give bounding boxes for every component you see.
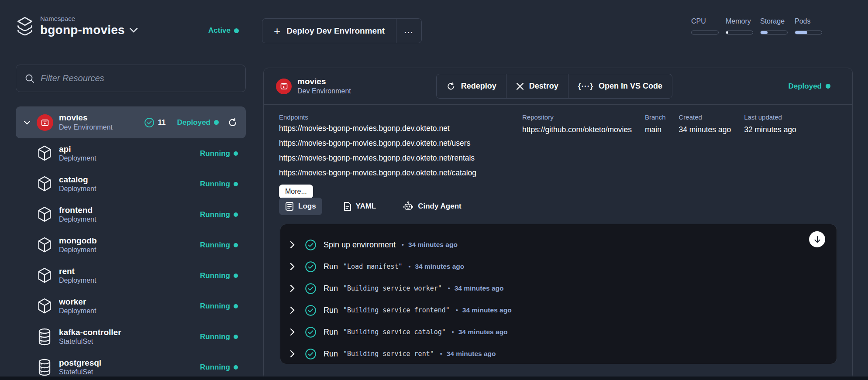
deploy-more-menu-button[interactable]: ...: [396, 19, 421, 43]
namespace-selector[interactable]: bgonp-movies: [40, 23, 138, 37]
database-icon: [36, 328, 53, 346]
log-title: Run: [324, 328, 338, 337]
running-status-dot: [234, 274, 238, 278]
tab-logs[interactable]: Logs: [279, 198, 322, 215]
resource-name: frontend: [59, 205, 200, 216]
storage-meter-label: Storage: [760, 17, 788, 25]
resource-status-badge: Running: [200, 363, 238, 372]
log-row-build-rent[interactable]: Run "Building service rent" • 34 minutes…: [290, 343, 837, 365]
endpoints-section: Endpoints https://movies-bgonp-movies.bg…: [279, 113, 476, 199]
cube-icon: [36, 205, 53, 224]
resource-status-label: Running: [200, 180, 230, 188]
more-endpoints-button[interactable]: More...: [279, 185, 313, 199]
sidebar-item-worker[interactable]: worker Deployment Running: [16, 291, 246, 322]
log-time: 34 minutes ago: [455, 284, 504, 292]
chevron-right-icon: [290, 350, 305, 358]
environment-detail-header: movies Dev Environment Redeploy Destroy …: [264, 68, 852, 105]
search-icon: [25, 74, 34, 83]
logs-icon: [285, 202, 294, 211]
cube-icon: [36, 175, 53, 193]
repository-label: Repository: [522, 113, 632, 121]
deploy-button-label: Deploy Dev Environment: [286, 26, 385, 36]
cube-icon: [36, 297, 53, 315]
detail-status-label: Deployed: [788, 82, 822, 91]
sidebar-item-frontend[interactable]: frontend Deployment Running: [16, 199, 246, 230]
resource-status-badge: Running: [200, 302, 238, 311]
endpoint-link[interactable]: https://movies-bgonp-movies.bgonp.dev.ok…: [279, 151, 476, 165]
branch-value: main: [645, 125, 666, 134]
robot-icon: [403, 201, 413, 212]
deployed-status-dot: [214, 120, 219, 125]
deploy-dev-environment-button[interactable]: + Deploy Dev Environment: [262, 19, 396, 43]
log-row-load-manifest[interactable]: Run "Load manifest" • 34 minutes ago: [290, 256, 837, 277]
endpoint-link[interactable]: https://movies-bgonp-movies.bgonp.dev.ok…: [279, 121, 476, 136]
sidebar-item-movies-environment[interactable]: movies Dev Environment 11 Deployed: [16, 106, 246, 138]
repository-value[interactable]: https://github.com/okteto/movies: [522, 125, 632, 134]
resource-status-label: Running: [200, 271, 230, 280]
window-bottom-edge: [0, 377, 868, 380]
memory-meter: Memory: [726, 17, 754, 34]
resource-name: api: [59, 144, 200, 154]
resource-kind: Deployment: [59, 154, 200, 163]
environment-check-count: 11: [144, 117, 165, 128]
resource-status-label: Running: [200, 302, 230, 311]
file-icon: [343, 202, 351, 211]
log-row-build-catalog[interactable]: Run "Building service catalog" • 34 minu…: [290, 321, 837, 343]
sidebar-item-catalog[interactable]: catalog Deployment Running: [16, 169, 246, 199]
bullet-separator: •: [448, 285, 450, 292]
pods-meter-track: [795, 31, 822, 34]
tab-cindy-agent[interactable]: Cindy Agent: [397, 197, 467, 216]
active-status-dot: [234, 28, 239, 33]
layers-logo-icon: [16, 16, 34, 36]
ellipsis-icon: ...: [404, 26, 413, 35]
chevron-right-icon: [290, 306, 305, 314]
filter-resources-input[interactable]: [41, 73, 237, 83]
log-row-build-frontend[interactable]: Run "Building service frontend" • 34 min…: [290, 299, 837, 321]
pods-meter-fill: [795, 31, 807, 34]
movies-app-icon: [37, 114, 53, 131]
log-row-spin-up[interactable]: Spin up environment • 34 minutes ago: [290, 234, 837, 256]
refresh-icon[interactable]: [227, 117, 238, 128]
detail-tabs: Logs YAML Cindy Agent: [279, 197, 468, 216]
check-circle-icon: [144, 117, 155, 128]
namespace-status-label: Active: [208, 26, 231, 35]
destroy-label: Destroy: [529, 82, 558, 91]
log-command: "Building service frontend": [343, 306, 450, 314]
sidebar-item-mongodb[interactable]: mongodb Deployment Running: [16, 230, 246, 260]
redeploy-icon: [446, 82, 456, 91]
running-status-dot: [234, 212, 238, 217]
cube-icon: [36, 267, 53, 285]
sidebar-resource-list: api Deployment Running catalog Deploymen…: [16, 138, 246, 380]
environment-detail-panel: movies Dev Environment Redeploy Destroy …: [263, 68, 853, 380]
chevron-right-icon: [290, 241, 305, 249]
meta-created: Created 34 minutes ago: [679, 113, 731, 134]
open-in-vscode-button[interactable]: {···} Open in VS Code: [568, 74, 672, 98]
redeploy-button[interactable]: Redeploy: [437, 74, 506, 98]
open-in-vscode-label: Open in VS Code: [599, 82, 662, 91]
resource-status-badge: Running: [200, 180, 238, 188]
running-status-dot: [234, 304, 238, 308]
sidebar-item-postgresql[interactable]: postgresql StatefulSet Running: [16, 352, 246, 380]
bullet-separator: •: [402, 241, 404, 248]
log-row-build-worker[interactable]: Run "Building service worker" • 34 minut…: [290, 277, 837, 299]
filter-resources-box: [16, 65, 246, 92]
running-status-dot: [234, 335, 238, 339]
destroy-button[interactable]: Destroy: [506, 74, 568, 98]
scroll-to-bottom-button[interactable]: [809, 231, 825, 247]
endpoint-link[interactable]: https://movies-bgonp-movies.bgonp.dev.ok…: [279, 136, 476, 151]
cpu-meter: CPU: [691, 17, 719, 34]
namespace-label: Namespace: [40, 15, 138, 22]
meta-repository: Repository https://github.com/okteto/mov…: [522, 113, 632, 134]
detail-env-name: movies: [297, 77, 351, 87]
resource-status-label: Running: [200, 332, 230, 341]
resource-kind: StatefulSet: [59, 337, 200, 346]
sidebar-item-api[interactable]: api Deployment Running: [16, 138, 246, 169]
sidebar-item-kafka-controller[interactable]: kafka-controller StatefulSet Running: [16, 322, 246, 352]
endpoint-link[interactable]: https://movies-bgonp-movies.bgonp.dev.ok…: [279, 165, 476, 180]
check-circle-icon: [305, 239, 317, 251]
tab-yaml[interactable]: YAML: [337, 198, 382, 215]
bullet-separator: •: [452, 329, 454, 335]
sidebar-item-rent[interactable]: rent Deployment Running: [16, 260, 246, 291]
check-count-value: 11: [158, 118, 165, 127]
logs-panel: Spin up environment • 34 minutes ago Run…: [280, 224, 837, 364]
